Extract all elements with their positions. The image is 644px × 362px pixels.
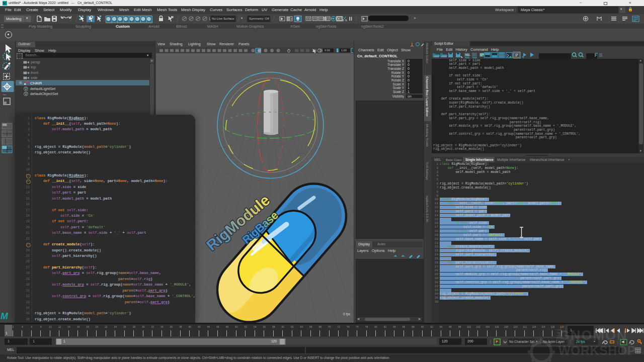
svg-text:0.00: 0.00 xyxy=(325,49,330,52)
svg-text:1.00: 1.00 xyxy=(341,49,347,52)
svg-text:MEL: MEL xyxy=(465,53,471,56)
svg-text:WORKSHOP: WORKSHOP xyxy=(558,343,636,357)
svg-text:GNOMON: GNOMON xyxy=(559,328,628,343)
svg-text:▪▪▪▪: ▪▪▪▪ xyxy=(3,94,7,96)
